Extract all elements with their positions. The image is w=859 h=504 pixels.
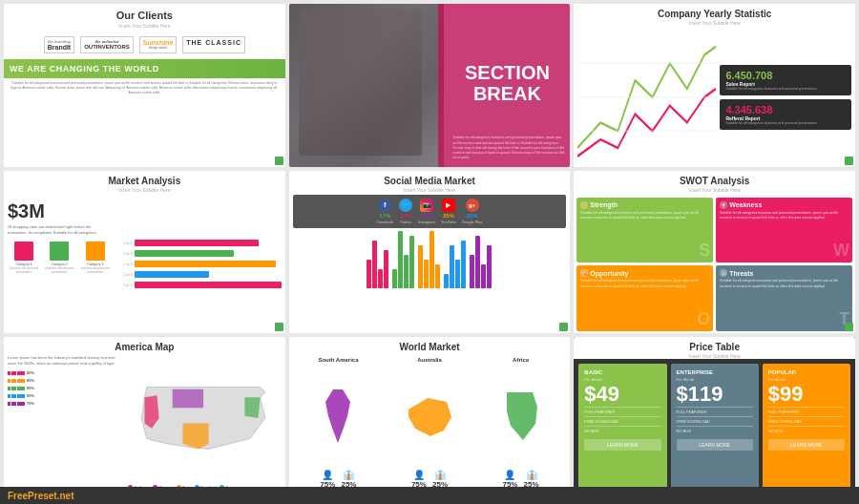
feature-2: FREE DOWNLOAD xyxy=(584,416,660,424)
slide1-badge xyxy=(275,157,283,165)
slide1-body: Suitable for all categories business and… xyxy=(4,78,285,98)
slide7-content: Lorem Ipsum has been the industry's stan… xyxy=(4,353,285,497)
bar-v xyxy=(409,236,414,288)
person-icon-business-af: 👔 xyxy=(526,470,537,480)
logo-outinventors: the unlimited OUTINVENTORS xyxy=(80,36,134,53)
slide6-subtitle: Insert Your Subtitle Here xyxy=(574,187,855,193)
au-map-svg xyxy=(404,390,456,443)
btn-basic-learn[interactable]: LEARN MORE xyxy=(584,439,660,451)
social-gplus: g+ 22% Google Plus xyxy=(462,199,483,224)
bar-v xyxy=(392,269,397,288)
legend-pct-5: 70% xyxy=(27,401,34,407)
slide3-title: Company Yearly Statistic xyxy=(574,4,855,20)
legend-pct-2: 80% xyxy=(27,378,34,384)
cat-3: Category 3 business and personal present… xyxy=(79,242,112,274)
slide4-left: $3M Of shopping carts are abandoned righ… xyxy=(8,197,112,333)
plan-basic-price: $49 xyxy=(584,384,660,405)
stat2-sub: Suitable for all categories business and… xyxy=(725,121,846,125)
youtube-icon: ▶ xyxy=(442,199,455,212)
legend-pct-4: 90% xyxy=(27,393,34,399)
gplus-label: Google Plus xyxy=(462,220,483,224)
region-south-america: South America 👤 75% Female 👔 25% xyxy=(293,357,385,494)
footer-bar: FreePreset.net xyxy=(0,487,859,504)
swot-opportunity: 🔍 Opportunity Suitable for all categorie… xyxy=(576,265,713,331)
opportunity-icon: 🔍 xyxy=(580,269,588,277)
plan-enterprise-name: ENTERPRISE xyxy=(677,369,753,375)
legend-row-3: 90% xyxy=(8,386,122,391)
slide1-subtitle: Insert Your Subtitle Here xyxy=(118,23,170,29)
us-map-svg xyxy=(126,355,281,481)
btn-enterprise-learn[interactable]: LEARN MORE xyxy=(677,439,753,451)
slide6-badge xyxy=(845,323,853,331)
slide1-headline: WE ARE CHANGING THE WORLD xyxy=(10,64,280,74)
btn-popular-learn[interactable]: LEARN MORE xyxy=(768,439,845,451)
slide5-badge xyxy=(559,323,568,331)
legend-row-5: 70% xyxy=(8,401,122,407)
bar-row-2: Cat 2 xyxy=(115,250,282,257)
weakness-body: Suitable for all categories business and… xyxy=(720,211,849,221)
feature-p1: FULL FEATURES xyxy=(768,407,845,414)
slide4-categories: Category 1 business and personal present… xyxy=(8,242,112,274)
slide-social-media: Social Media Market Insert Your Subtitle… xyxy=(289,171,571,334)
price-col-enterprise: ENTERPRISE Per Month $119 FULL FEATURES … xyxy=(671,364,759,493)
slide-swot: SWOT Analysis Insert Your Subtitle Here … xyxy=(574,171,855,334)
bar-row-4: Cat 4 xyxy=(115,271,282,278)
legend-bars xyxy=(8,394,25,398)
logo-brandit: the branding BrandIt xyxy=(44,36,75,53)
social-instagram: 📷 42% Instagram xyxy=(418,199,435,224)
slide5-bar-chart xyxy=(289,230,571,292)
cat-2: Category 2 business and personal present… xyxy=(43,242,75,274)
threats-icon: ⚠ xyxy=(720,269,727,277)
strength-icon: 💪 xyxy=(580,201,588,209)
legend-bars xyxy=(8,379,25,383)
slide-section-break: SECTION BREAK Suitable for all categorie… xyxy=(289,4,571,167)
stat-block-2: 4.345.638 Refferal Report Suitable for a… xyxy=(720,99,851,130)
bar-v xyxy=(487,245,492,288)
person-icon-business: 👔 xyxy=(343,470,354,480)
facebook-label: Facebook xyxy=(377,220,394,224)
person-icon-female: 👤 xyxy=(322,470,333,480)
region-sa-name: South America xyxy=(318,357,358,363)
region-africa: Africa 👤 75% Female 👔 25% Busin xyxy=(475,357,567,494)
person-icon-female-au: 👤 xyxy=(413,470,425,480)
bar-row-1: Cat 1 xyxy=(115,240,282,246)
slide4-big-number: $3M xyxy=(8,200,112,222)
opportunity-label: Opportunity xyxy=(590,270,628,277)
slide3-badge xyxy=(845,157,853,165)
legend: 60% 80% xyxy=(8,370,122,407)
slide7-map: California Montana Texas New York xyxy=(126,355,281,495)
s-letter: S xyxy=(699,241,710,261)
slide5-icons-row: f 17% Facebook 🐦 14% Twitter 📷 42% Insta… xyxy=(293,195,567,228)
swot-grid: 💪 Strength Suitable for all categories b… xyxy=(574,195,855,334)
instagram-label: Instagram xyxy=(418,220,435,224)
slide4-title: Market Analysis xyxy=(4,171,285,187)
slide2-overlay-dark xyxy=(289,4,444,167)
opportunity-body: Suitable for all categories business and… xyxy=(580,279,709,289)
feature-p3: NO BUS xyxy=(768,426,845,433)
bar-group-1 xyxy=(367,241,388,288)
slide3-content: 6.450.708 Sales Report Suitable for all … xyxy=(574,28,855,167)
slide7-left: Lorem Ipsum has been the industry's stan… xyxy=(8,355,122,495)
legend-bars xyxy=(8,387,25,390)
slide-our-clients: Our Clients Insert Your Subtitle Here th… xyxy=(4,4,285,167)
region-australia: Australia 👤 75% Female 👔 25% Bu xyxy=(384,357,475,494)
af-map-svg xyxy=(499,388,542,445)
slide2-section-text: SECTION BREAK xyxy=(449,62,567,104)
opportunity-header: 🔍 Opportunity xyxy=(580,269,709,277)
bar-v xyxy=(384,250,388,288)
slide8-title: World Market xyxy=(289,337,571,353)
bar-v xyxy=(444,274,449,288)
feature-e1: FULL FEATURES xyxy=(677,407,753,414)
bar-v xyxy=(461,241,466,288)
region-au-map xyxy=(404,365,456,468)
bar-v xyxy=(455,260,460,288)
strength-body: Suitable for all categories business and… xyxy=(580,211,709,221)
twitter-label: Twitter xyxy=(400,220,411,224)
price-col-basic: BASIC Per Month $49 FULL FEATURES FREE D… xyxy=(578,364,666,493)
slide2-body: Suitable for all categories business and… xyxy=(452,136,565,160)
bar-v xyxy=(398,231,403,288)
plan-basic-name: BASIC xyxy=(584,369,660,375)
stat-block-1: 6.450.708 Sales Report Suitable for all … xyxy=(720,65,851,95)
legend-row-4: 90% xyxy=(8,393,122,399)
bar-v xyxy=(470,255,474,288)
